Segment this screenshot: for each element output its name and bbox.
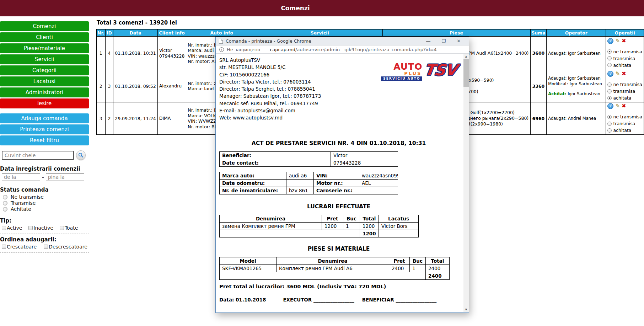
- divider: [0, 184, 89, 184]
- status-radio-achitata[interactable]: achitata: [607, 62, 642, 69]
- col-servicii: Servicii: [257, 30, 382, 37]
- tip-option-inactive[interactable]: Inactive: [28, 225, 53, 231]
- status-filter-label: Status comanda: [0, 187, 89, 193]
- scrollbar-thumb[interactable]: [463, 59, 469, 87]
- radio-icon[interactable]: [3, 201, 7, 205]
- document-area: SRL AutoplusTSVstr. MESTERUL MANOLE 5/C …: [216, 54, 469, 312]
- scroll-up-icon[interactable]: ▲: [463, 54, 469, 59]
- radio-icon[interactable]: [3, 195, 7, 199]
- checkbox-icon[interactable]: [2, 245, 6, 249]
- footer-beneficiar: BENEFICIAR _________________: [362, 297, 437, 303]
- popup-title-bar[interactable]: Comanda - printeaza - Google Chrome — ❐ …: [216, 37, 469, 46]
- col-operator: Operator: [547, 30, 606, 37]
- checkbox-icon[interactable]: [44, 245, 48, 249]
- search-button[interactable]: [76, 150, 86, 160]
- operatii-cell: i ✎ ✖ ne transmisa transmisa achitata: [606, 102, 644, 135]
- sidebar-item-lacatusi[interactable]: Lacatusi: [0, 76, 89, 86]
- date-filter-label: Data inregistrarii comenzii: [0, 166, 89, 172]
- add-order-button[interactable]: Adauga comanda: [0, 113, 89, 123]
- price-total-line: Pret total al lucrarilor: 3600 MDL (Incl…: [219, 284, 458, 289]
- info-icon[interactable]: i: [607, 71, 613, 77]
- order-filter-label: Ordinea adaugarii:: [0, 236, 89, 243]
- checkbox-icon[interactable]: [28, 226, 33, 230]
- operatii-cell: i ✎ ✖ ne transmisa transmisa achitata: [606, 37, 644, 70]
- footer-executor: EXECUTOR _________________: [283, 297, 354, 303]
- radio-icon[interactable]: [607, 115, 612, 119]
- radio-icon[interactable]: [607, 49, 612, 54]
- radio-icon[interactable]: [607, 122, 612, 126]
- company-logo: AUTO PLUS SERVICIU AUTO TSV: [381, 63, 457, 81]
- col-id: ID: [105, 30, 113, 37]
- status-radio-achitata[interactable]: achitata: [607, 127, 642, 134]
- status-radio-ne-transmisa[interactable]: ne transmisa: [607, 48, 642, 55]
- col-suma: Suma: [530, 30, 547, 37]
- radio-icon[interactable]: [607, 82, 612, 87]
- sidebar-item-administratori[interactable]: Administratori: [0, 87, 89, 97]
- reset-filter-button[interactable]: Reset filtru: [0, 135, 89, 145]
- operatii-cell: i ✎ ✖ ne transmisa transmisa achitata: [606, 70, 644, 102]
- address-bar[interactable]: i Не защищено capcap.md/autoservice/admi…: [216, 46, 469, 54]
- page-info-icon[interactable]: i: [219, 47, 224, 52]
- date-to-input[interactable]: [46, 173, 84, 181]
- delete-icon[interactable]: ✖: [622, 103, 626, 109]
- logout-button[interactable]: Iesire: [0, 98, 89, 108]
- date-separator: -: [42, 174, 44, 181]
- col-auto: Auto info: [186, 30, 257, 37]
- col-operatii: Operatii: [606, 30, 644, 37]
- edit-icon[interactable]: ✎: [615, 71, 620, 77]
- tip-option-active[interactable]: Active: [2, 225, 22, 231]
- edit-icon[interactable]: ✎: [615, 38, 620, 44]
- checkbox-icon[interactable]: [2, 226, 6, 230]
- beneficiar-table: Beneficiar:Victor Date contact:079443228: [219, 151, 398, 167]
- date-from-input[interactable]: [2, 173, 40, 181]
- order-option-crescatoare[interactable]: Crescatoare: [2, 244, 37, 250]
- status-radio-transmisa[interactable]: transmisa: [607, 88, 642, 95]
- radio-icon[interactable]: [607, 63, 612, 67]
- radio-icon[interactable]: [607, 56, 612, 60]
- status-radio-ne-transmisa[interactable]: ne transmisa: [607, 113, 642, 120]
- minimize-button[interactable]: —: [426, 37, 430, 45]
- col-data: Data: [113, 30, 158, 37]
- status-radio-transmisa[interactable]: transmisa: [607, 55, 642, 62]
- sidebar-item-categorii[interactable]: Categorii: [0, 65, 89, 75]
- edit-icon[interactable]: ✎: [615, 103, 620, 109]
- achitat-label: Achitat:: [548, 91, 566, 96]
- sidebar-item-servicii[interactable]: Servicii: [0, 54, 89, 64]
- info-icon[interactable]: i: [607, 38, 613, 44]
- order-option-descrescatoare[interactable]: Descrescatoare: [44, 244, 87, 250]
- checkbox-icon[interactable]: [60, 226, 64, 230]
- filter-panel: Data inregistrarii comenzii - Status com…: [0, 150, 89, 255]
- table-header-row: Nr. ID Data Client info Auto info Servic…: [97, 30, 644, 37]
- scroll-down-icon[interactable]: ▼: [463, 307, 469, 312]
- footer-date: Data: 01.10.2018: [219, 297, 266, 303]
- maximize-button[interactable]: ❐: [441, 37, 446, 45]
- auto-table: Marca auto:audi a6 VIN:wauzzz4asn099986 …: [219, 172, 398, 194]
- tip-option-toate[interactable]: Toate: [60, 225, 78, 231]
- piese-table: ModelDenumirea PretBuc Total SKF-VKMA012…: [219, 257, 450, 280]
- sidebar-item-piese-materiale[interactable]: Piese/materiale: [0, 43, 89, 53]
- radio-icon[interactable]: [607, 96, 612, 100]
- status-radio-transmisa[interactable]: transmisa: [607, 120, 642, 127]
- sidebar-item-clienti[interactable]: Clienti: [0, 32, 89, 42]
- search-input[interactable]: [2, 151, 74, 160]
- status-option-achitate[interactable]: Achitate: [0, 206, 89, 212]
- sidebar-item-comenzi[interactable]: Comenzi: [0, 21, 89, 31]
- status-option-ne-transmise[interactable]: Ne transmise: [0, 194, 89, 200]
- status-radio-achitata[interactable]: achitata: [607, 95, 642, 101]
- radio-icon[interactable]: [607, 128, 612, 133]
- act-title: ACT DE PRESTARE SERVICII NR. 4 DIN 01.10…: [219, 140, 458, 146]
- radio-icon[interactable]: [3, 207, 7, 212]
- divider: [0, 252, 89, 253]
- orders-summary: Total 3 comenzi - 13920 lei: [97, 20, 177, 26]
- status-option-transmise[interactable]: Transmise: [0, 200, 89, 206]
- scrollbar[interactable]: ▲ ▼: [463, 54, 469, 312]
- info-icon[interactable]: i: [607, 103, 613, 109]
- status-radio-ne-transmisa[interactable]: ne transmisa: [607, 81, 642, 88]
- delete-icon[interactable]: ✖: [622, 38, 626, 44]
- col-client: Client info: [157, 30, 186, 37]
- print-orders-button[interactable]: Printeaza comenzi: [0, 124, 89, 134]
- lucrari-table: DenumireaPret BucTotal Lacatus замена Ко…: [219, 215, 419, 237]
- delete-icon[interactable]: ✖: [622, 71, 626, 77]
- close-button[interactable]: ✕: [457, 37, 461, 45]
- radio-icon[interactable]: [607, 89, 612, 93]
